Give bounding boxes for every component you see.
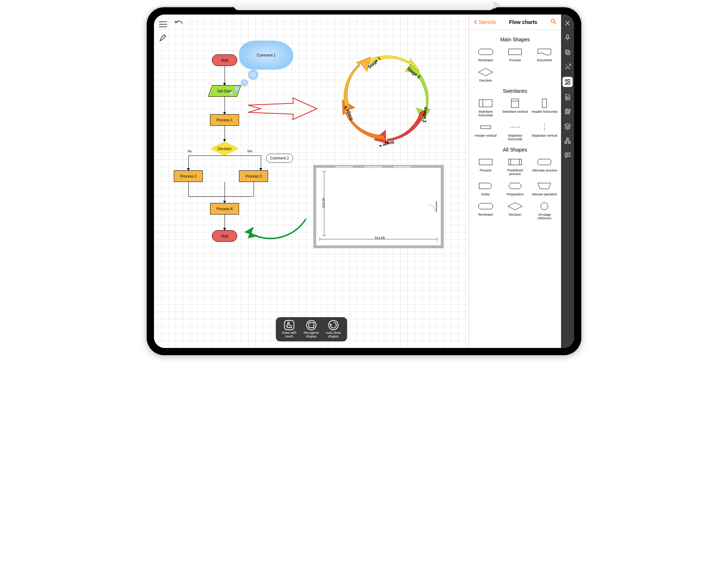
shape-label: Terminator <box>478 58 493 62</box>
stencil-scroll[interactable]: Main Shapes Terminator Process Document … <box>469 30 561 348</box>
stencil-process-2[interactable]: Process <box>471 155 500 178</box>
pin-button[interactable] <box>563 33 572 42</box>
flowchart-stop[interactable]: Stop <box>212 230 237 242</box>
flowchart-process-1[interactable]: Process 1 <box>210 114 239 126</box>
svg-rect-33 <box>568 83 570 84</box>
connector <box>254 182 254 196</box>
shape-label: Preparation <box>507 192 524 196</box>
shape-label: Header horizontal <box>532 110 557 113</box>
stencil-terminator[interactable]: Terminator <box>471 45 500 64</box>
stencil-manual-op[interactable]: Manual operation <box>530 179 559 198</box>
arrowhead <box>223 83 226 86</box>
stencil-process[interactable]: Process <box>501 45 529 64</box>
svg-rect-37 <box>569 142 570 143</box>
decision-yes-label: Yes <box>247 149 252 153</box>
shape-label: Separator vertical <box>532 134 557 137</box>
layers-button[interactable] <box>563 122 572 130</box>
arrowhead <box>259 168 262 171</box>
shape-label: Swimlane vertical <box>502 110 528 113</box>
stencil-swimlane-h[interactable]: Swimlane horizontal <box>471 96 500 119</box>
connector <box>188 182 189 196</box>
recognize-label: Recognize shapes <box>301 331 321 339</box>
svg-point-31 <box>565 79 567 81</box>
menu-button[interactable] <box>159 21 167 27</box>
svg-rect-36 <box>565 142 567 143</box>
flowchart-process-3[interactable]: Process 3 <box>239 170 268 182</box>
stencil-onpage-ref[interactable]: On-page reference <box>530 199 559 222</box>
section-main-shapes: Main Shapes <box>469 37 561 42</box>
auto-close-shapes-button[interactable]: Auto close shapes <box>323 320 343 339</box>
section-all-shapes: All Shapes <box>469 147 561 153</box>
stencil-delay[interactable]: Delay <box>471 179 500 198</box>
svg-rect-29 <box>565 50 569 53</box>
back-label: Stencils <box>478 19 496 25</box>
flowchart-process-2[interactable]: Process 2 <box>174 170 203 182</box>
svg-rect-30 <box>567 51 570 55</box>
search-button[interactable] <box>550 18 557 26</box>
shape-label: Delay <box>481 192 490 196</box>
arrowhead <box>223 228 226 231</box>
stencil-predefined[interactable]: Predefined process <box>501 155 529 178</box>
floor-plan[interactable]: 511.65 319.26 <box>313 165 444 248</box>
svg-rect-9 <box>393 166 411 168</box>
stencil-back-button[interactable]: Stencils <box>473 19 496 25</box>
undo-button[interactable] <box>174 19 184 30</box>
ipad-frame: Start Get Data Process 1 Decision No Yes… <box>147 7 581 355</box>
stencil-swimlane-v[interactable]: Swimlane vertical <box>501 96 529 119</box>
flowchart-start[interactable]: Start <box>212 54 237 66</box>
svg-rect-14 <box>479 100 492 107</box>
shape-label: Swimlane horizontal <box>472 110 499 117</box>
recognize-shapes-button[interactable]: Recognize shapes <box>301 320 321 339</box>
shape-label: Process <box>509 58 521 62</box>
comments-button[interactable] <box>563 151 572 159</box>
shape-label: Process <box>480 169 491 172</box>
draw-toolbar: Draw with touch Recognize shapes Auto cl… <box>276 317 347 341</box>
shape-label: Document <box>537 58 552 62</box>
shape-label: Alternate process <box>532 169 557 172</box>
copy-button[interactable] <box>563 48 572 57</box>
shape-label: Terminator <box>478 213 493 216</box>
cycle-diagram[interactable]: Stage 1 Stage 2 Stage 3 Stage 4 Stage 5 <box>335 49 436 147</box>
stencil-header-v[interactable]: Header vertical <box>471 120 500 143</box>
floorplan-height: 319.26 <box>322 198 325 208</box>
svg-rect-26 <box>538 159 551 165</box>
svg-point-28 <box>541 203 548 210</box>
stencil-decision-2[interactable]: Decision <box>501 199 529 222</box>
autoclose-label: Auto close shapes <box>323 331 343 339</box>
page-settings-button[interactable] <box>563 93 572 101</box>
stencil-alternate[interactable]: Alternate process <box>530 155 559 178</box>
svg-rect-7 <box>335 166 353 168</box>
stencil-separator-h[interactable]: Separator horizontal <box>501 120 529 143</box>
draw-with-touch-button[interactable]: Draw with touch <box>279 320 299 339</box>
freehand-red-arrow[interactable] <box>246 96 319 123</box>
connector <box>188 155 225 156</box>
connector <box>225 182 225 203</box>
stencil-header-h[interactable]: Header horizontal <box>530 96 559 119</box>
close-button[interactable] <box>563 19 572 28</box>
cloud-bubble <box>229 91 233 95</box>
svg-point-34 <box>567 97 569 99</box>
arrowhead <box>223 201 226 203</box>
svg-rect-18 <box>542 99 547 108</box>
shape-label: On-page reference <box>531 213 558 220</box>
stencil-decision[interactable]: Decision <box>471 65 500 84</box>
apple-pencil <box>234 0 494 10</box>
canvas[interactable]: Start Get Data Process 1 Decision No Yes… <box>154 14 469 348</box>
stencil-document[interactable]: Document <box>530 45 559 64</box>
hierarchy-button[interactable] <box>563 136 572 145</box>
comment-cloud[interactable]: Comment 1 <box>239 41 293 70</box>
shape-label: Decision <box>479 79 492 82</box>
shapes-panel-button[interactable] <box>562 77 573 87</box>
svg-rect-35 <box>567 138 569 140</box>
pen-tool-button[interactable] <box>159 33 168 43</box>
flowchart-process-4[interactable]: Process 4 <box>210 203 239 215</box>
stencil-separator-v[interactable]: Separator vertical <box>530 120 559 143</box>
stencil-preparation[interactable]: Preparation <box>501 179 529 198</box>
comment-2[interactable]: Comment 2 <box>266 154 293 163</box>
stencil-terminator-2[interactable]: Terminator <box>471 199 500 222</box>
arrowhead <box>223 112 226 115</box>
freehand-green-arrow[interactable] <box>242 217 307 248</box>
library-button[interactable] <box>563 107 572 116</box>
tools-button[interactable] <box>563 62 572 71</box>
arrowhead <box>223 139 226 142</box>
